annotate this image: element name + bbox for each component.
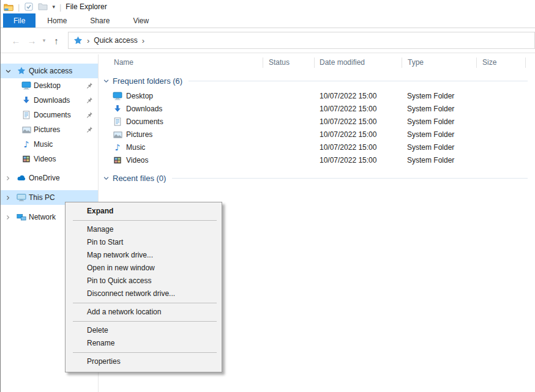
sidebar-item-label: Documents — [34, 111, 71, 119]
chevron-right-icon[interactable] — [6, 214, 12, 220]
file-explorer-window: | ▾ | File Explorer File Home Share View… — [0, 0, 535, 392]
file-row-videos[interactable]: Videos 10/07/2022 15:00 System Folder — [99, 154, 535, 167]
menu-item-manage[interactable]: Manage — [65, 223, 222, 236]
chevron-right-icon[interactable] — [6, 194, 12, 201]
menu-item-delete[interactable]: Delete — [65, 324, 222, 337]
pictures-icon — [21, 125, 31, 135]
sidebar-item-label: Quick access — [29, 67, 72, 75]
address-bar[interactable]: › Quick access › — [68, 32, 535, 49]
menu-item-disconnect-network-drive[interactable]: Disconnect network drive... — [65, 287, 222, 300]
tab-share[interactable]: Share — [78, 13, 121, 28]
chevron-down-icon[interactable] — [6, 68, 12, 74]
file-name: Music — [126, 143, 145, 152]
group-header-rule — [189, 81, 528, 81]
new-folder-icon[interactable] — [38, 2, 48, 12]
sidebar-item-label: Pictures — [34, 125, 60, 134]
menu-separator — [73, 303, 217, 303]
sidebar-item-downloads[interactable]: Downloads — [1, 93, 98, 108]
menu-item-map-network-drive[interactable]: Map network drive... — [65, 249, 222, 262]
sidebar-item-quick-access[interactable]: Quick access — [1, 64, 98, 78]
group-header-recent-files[interactable]: Recent files (0) — [99, 172, 535, 184]
group-header-label: Frequent folders (6) — [113, 76, 182, 86]
file-explorer-logo-icon — [4, 2, 13, 12]
sidebar-item-videos[interactable]: Videos — [1, 152, 98, 166]
breadcrumb-chevron-icon[interactable]: › — [142, 36, 144, 45]
file-date-modified: 10/07/2022 15:00 — [320, 143, 376, 152]
file-date-modified: 10/07/2022 15:00 — [320, 105, 376, 113]
file-row-documents[interactable]: Documents 10/07/2022 15:00 System Folder — [99, 116, 535, 128]
title-bar: | ▾ | File Explorer — [1, 0, 535, 13]
file-type: System Folder — [407, 143, 454, 152]
sidebar-item-label: Desktop — [34, 81, 61, 90]
file-date-modified: 10/07/2022 15:00 — [320, 117, 376, 126]
file-date-modified: 10/07/2022 15:00 — [320, 130, 376, 139]
column-divider — [263, 57, 263, 68]
column-divider — [314, 57, 315, 68]
column-header-row: Name Status Date modified Type Size — [99, 54, 535, 70]
file-type: System Folder — [407, 156, 454, 165]
titlebar-separator: | — [18, 2, 20, 12]
column-divider — [476, 57, 477, 68]
documents-icon — [113, 117, 122, 127]
column-header-date-modified[interactable]: Date modified — [320, 58, 365, 67]
file-row-pictures[interactable]: Pictures 10/07/2022 15:00 System Folder — [99, 128, 535, 141]
sidebar-item-pictures[interactable]: Pictures — [1, 122, 98, 137]
sidebar-item-desktop[interactable]: Desktop — [1, 78, 98, 93]
back-icon[interactable]: ← — [8, 35, 24, 46]
menu-item-add-a-network-location[interactable]: Add a network location — [65, 306, 222, 319]
tab-file[interactable]: File — [3, 13, 36, 28]
forward-icon[interactable]: → — [24, 35, 40, 46]
pin-icon — [86, 97, 93, 104]
column-header-name[interactable]: Name — [114, 58, 133, 67]
sidebar-item-music[interactable]: ♪ Music — [1, 137, 98, 152]
chevron-right-icon[interactable] — [6, 175, 12, 181]
menu-separator — [73, 321, 217, 322]
sidebar-item-label: Downloads — [34, 96, 70, 105]
titlebar-separator: | — [59, 2, 61, 12]
quick-access-star-icon — [73, 36, 83, 45]
group-header-frequent-folders[interactable]: Frequent folders (6) — [99, 75, 535, 87]
breadcrumb-location[interactable]: Quick access — [94, 36, 137, 45]
frequent-folders-rows: Desktop 10/07/2022 15:00 System Folder D… — [99, 90, 535, 167]
menu-item-pin-to-quick-access[interactable]: Pin to Quick access — [65, 275, 222, 287]
window-title: File Explorer — [65, 2, 107, 11]
context-menu: Expand Manage Pin to Start Map network d… — [65, 202, 222, 372]
downloads-icon — [113, 104, 122, 114]
menu-item-open-in-new-window[interactable]: Open in new window — [65, 262, 222, 275]
column-header-status[interactable]: Status — [269, 58, 290, 67]
file-row-desktop[interactable]: Desktop 10/07/2022 15:00 System Folder — [99, 90, 535, 103]
file-name: Documents — [126, 117, 163, 126]
pin-icon — [86, 126, 93, 133]
file-row-music[interactable]: ♪ Music 10/07/2022 15:00 System Folder — [99, 141, 535, 154]
downloads-icon — [21, 95, 31, 105]
up-icon[interactable]: ↑ — [48, 35, 64, 46]
sidebar-item-onedrive[interactable]: OneDrive — [1, 171, 98, 185]
sidebar-item-documents[interactable]: Documents — [1, 108, 98, 122]
ribbon-tab-bar: File Home Share View — [1, 13, 535, 28]
recent-locations-icon[interactable]: ▾ — [40, 37, 48, 43]
file-type: System Folder — [407, 105, 454, 113]
file-row-downloads[interactable]: Downloads 10/07/2022 15:00 System Folder — [99, 103, 535, 116]
column-header-type[interactable]: Type — [408, 58, 424, 67]
this-pc-icon — [17, 193, 26, 202]
menu-separator — [73, 352, 217, 353]
file-name: Videos — [126, 156, 148, 165]
file-name: Desktop — [126, 92, 153, 100]
tab-view[interactable]: View — [121, 13, 160, 28]
tab-home[interactable]: Home — [36, 13, 78, 28]
group-header-label: Recent files (0) — [113, 174, 166, 183]
sidebar-item-label: Videos — [34, 155, 56, 163]
menu-item-rename[interactable]: Rename — [65, 337, 222, 350]
pin-icon — [86, 82, 93, 89]
file-name: Downloads — [126, 105, 162, 113]
customize-toolbar-icon[interactable]: ▾ — [52, 4, 55, 10]
network-icon — [17, 212, 26, 222]
pictures-icon — [113, 130, 122, 139]
menu-item-pin-to-start[interactable]: Pin to Start — [65, 236, 222, 249]
menu-item-properties[interactable]: Properties — [65, 355, 222, 368]
column-header-size[interactable]: Size — [482, 58, 496, 67]
properties-icon[interactable] — [24, 2, 34, 12]
menu-item-expand[interactable]: Expand — [65, 205, 222, 218]
sidebar-item-label: Network — [29, 213, 56, 221]
navigation-bar: ← → ▾ ↑ › Quick access › — [1, 28, 535, 53]
